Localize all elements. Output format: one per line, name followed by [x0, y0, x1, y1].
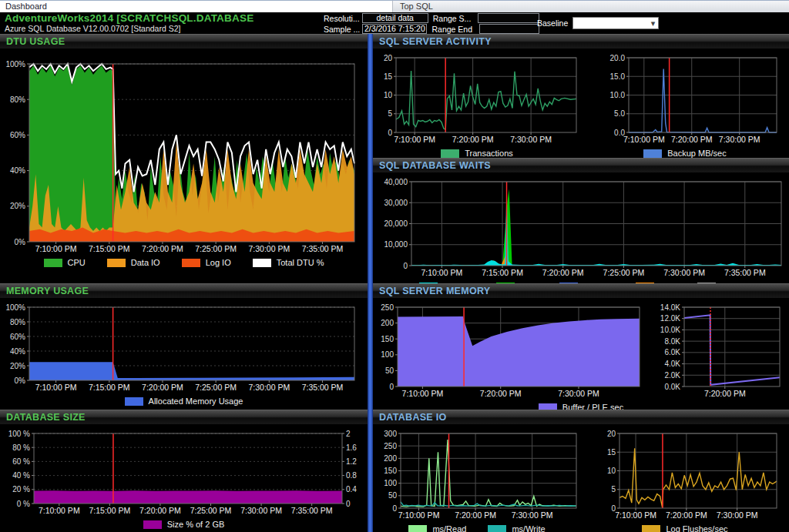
- svg-text:7:10:00 PM: 7:10:00 PM: [35, 244, 77, 253]
- baseline-label: Baseline: [537, 18, 568, 28]
- baseline-select[interactable]: ▾: [572, 17, 659, 29]
- legend-item: Log IO: [182, 258, 231, 267]
- svg-text:250: 250: [381, 303, 394, 312]
- resolution-field[interactable]: detail data: [362, 13, 428, 23]
- svg-text:60%: 60%: [10, 333, 25, 341]
- legend-label: ms/Write: [512, 524, 545, 532]
- svg-text:12.0K: 12.0K: [660, 314, 680, 323]
- waits-chart[interactable]: 010,00020,00030,00040,0007:10:00 PM7:15:…: [376, 178, 786, 278]
- range-end-field[interactable]: [479, 24, 539, 34]
- resolution-label: Resoluti...: [324, 14, 360, 23]
- io-latency-legend: ms/Readms/Write: [373, 524, 581, 532]
- svg-text:10.0K: 10.0K: [660, 326, 680, 334]
- svg-text:7:25:00 PM: 7:25:00 PM: [603, 268, 645, 277]
- svg-text:14.0K: 14.0K: [660, 303, 680, 312]
- svg-text:10: 10: [384, 91, 393, 99]
- legend-label: Data IO: [131, 258, 160, 267]
- legend-swatch: [408, 525, 427, 532]
- backup-legend: Backup MB/sec: [581, 149, 789, 158]
- legend-label: Size % of 2 GB: [167, 520, 225, 529]
- svg-text:7:30:00 PM: 7:30:00 PM: [510, 135, 552, 144]
- panel-dtu-usage: DTU USAGE 0%20%40%60%80%100%7:10:00 PM7:…: [0, 34, 368, 283]
- svg-text:200: 200: [384, 454, 397, 463]
- svg-text:7:25:00 PM: 7:25:00 PM: [190, 506, 232, 515]
- header-controls: Resoluti... detail data Range S... Sampl…: [324, 13, 539, 35]
- legend-item: Buffer / PLE sec: [539, 403, 623, 410]
- svg-text:7:20:00 PM: 7:20:00 PM: [666, 510, 707, 520]
- transactions-chart[interactable]: 051015207:10:00 PM7:20:00 PM7:30:00 PM: [379, 54, 581, 145]
- svg-text:7:10:00 PM: 7:10:00 PM: [402, 389, 444, 398]
- database-size-chart[interactable]: 0 %20 %40 %60 %80 %100 %00.40.81.21.627:…: [3, 430, 362, 516]
- svg-text:0.4: 0.4: [346, 485, 357, 494]
- svg-text:7:15:00 PM: 7:15:00 PM: [482, 268, 523, 277]
- ple-chart[interactable]: 0.0K2.0K4.0K6.0K8.0K10.0K12.0K14.0K7:20:…: [653, 303, 784, 399]
- log-flushes-chart[interactable]: 051015207:10:00 PM7:20:00 PM7:30:00 PM: [603, 430, 781, 520]
- legend-item: Size % of 2 GB: [143, 520, 225, 529]
- svg-text:7:35:00 PM: 7:35:00 PM: [302, 383, 344, 392]
- svg-text:20 %: 20 %: [12, 485, 30, 494]
- svg-text:5: 5: [388, 109, 392, 118]
- svg-text:7:35:00 PM: 7:35:00 PM: [302, 244, 344, 253]
- memory-usage-chart[interactable]: 0%20%40%60%80%100%7:10:00 PM7:15:00 PM7:…: [3, 303, 359, 393]
- svg-text:0%: 0%: [15, 238, 26, 246]
- svg-text:40%: 40%: [10, 347, 25, 356]
- svg-text:100%: 100%: [5, 303, 25, 312]
- svg-text:80%: 80%: [10, 95, 25, 104]
- left-column: DTU USAGE 0%20%40%60%80%100%7:10:00 PM7:…: [0, 34, 368, 532]
- svg-text:7:10:00 PM: 7:10:00 PM: [421, 268, 462, 277]
- panel-title-dtu: DTU USAGE: [0, 34, 368, 49]
- panel-sql-database-waits: SQL DATABASE WAITS 010,00020,00030,00040…: [373, 158, 789, 283]
- dashboard-grid: DTU USAGE 0%20%40%60%80%100%7:10:00 PM7:…: [0, 34, 789, 532]
- tab-top-sql[interactable]: Top SQL: [393, 1, 789, 12]
- svg-text:7:10:00 PM: 7:10:00 PM: [394, 135, 435, 144]
- column-splitter[interactable]: [368, 34, 373, 532]
- range-start-field[interactable]: [478, 13, 539, 23]
- svg-text:7:20:00 PM: 7:20:00 PM: [704, 389, 746, 398]
- legend-swatch: [643, 149, 662, 158]
- legend-swatch: [539, 403, 557, 410]
- svg-text:0: 0: [392, 504, 397, 513]
- legend-item: Backup MB/sec: [643, 149, 726, 158]
- io-latency-chart[interactable]: 0501001502002503007:10:00 PM7:20:00 PM7:…: [379, 430, 581, 520]
- legend-swatch: [143, 520, 162, 529]
- svg-text:1.6: 1.6: [346, 443, 357, 452]
- svg-text:100%: 100%: [5, 60, 25, 69]
- legend-swatch: [488, 525, 506, 532]
- panel-sql-server-activity: SQL SERVER ACTIVITY 051015207:10:00 PM7:…: [373, 34, 789, 158]
- legend-swatch: [44, 259, 62, 267]
- svg-text:10: 10: [607, 467, 616, 475]
- svg-text:0: 0: [388, 129, 392, 137]
- legend-item: Allocated Memory Usage: [125, 396, 243, 406]
- svg-text:40%: 40%: [10, 166, 25, 175]
- tab-dashboard[interactable]: Dashboard: [0, 1, 393, 12]
- sample-label: Sample ...: [324, 25, 360, 34]
- svg-text:5.0: 5.0: [614, 109, 625, 118]
- buffer-chart[interactable]: 0501001502002507:10:00 PM7:20:00 PM7:30:…: [376, 303, 644, 399]
- svg-text:7:10:00 PM: 7:10:00 PM: [39, 506, 80, 515]
- legend-label: Total DTU %: [277, 258, 324, 267]
- svg-text:7:10:00 PM: 7:10:00 PM: [623, 135, 665, 144]
- svg-text:7:30:00 PM: 7:30:00 PM: [248, 383, 290, 392]
- svg-text:20,000: 20,000: [384, 219, 408, 228]
- range-end-label: Range End: [431, 25, 472, 34]
- panel-title-activity: SQL SERVER ACTIVITY: [373, 34, 789, 49]
- svg-text:100: 100: [384, 479, 397, 487]
- dtu-usage-chart[interactable]: 0%20%40%60%80%100%7:10:00 PM7:15:00 PM7:…: [3, 60, 359, 254]
- legend-label: Allocated Memory Usage: [149, 396, 243, 406]
- svg-text:0: 0: [403, 262, 408, 270]
- svg-text:10.0: 10.0: [610, 91, 626, 99]
- svg-text:7:20:00 PM: 7:20:00 PM: [542, 268, 584, 277]
- legend-label: Log Flushes/sec: [666, 524, 727, 532]
- svg-text:150: 150: [384, 467, 397, 475]
- legend-swatch: [441, 149, 459, 158]
- svg-text:7:20:00 PM: 7:20:00 PM: [142, 383, 183, 392]
- panel-sql-server-memory: SQL SERVER MEMORY 0501001502002507:10:00…: [373, 283, 789, 410]
- svg-text:100: 100: [381, 350, 394, 359]
- svg-text:80 %: 80 %: [12, 443, 30, 452]
- backup-chart[interactable]: 0.05.010.015.020.07:10:00 PM7:20:00 PM7:…: [603, 54, 781, 145]
- panel-database-size: DATABASE SIZE 0 %20 %40 %60 %80 %100 %00…: [0, 410, 368, 532]
- sample-field[interactable]: 2/3/2016 7:15:20: [362, 24, 427, 34]
- legend-swatch: [642, 525, 660, 532]
- baseline-control: Baseline ▾: [537, 17, 659, 29]
- sqlmem-legend: Buffer / PLE sec: [373, 403, 789, 410]
